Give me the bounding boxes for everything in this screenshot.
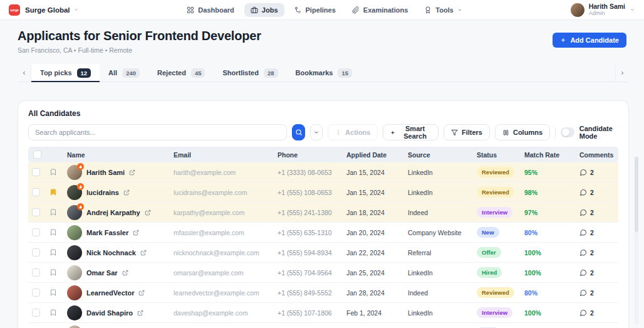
actions-button[interactable]: Actions	[328, 124, 378, 140]
row-checkbox[interactable]	[32, 309, 40, 317]
nav-item-examinations[interactable]: Examinations	[346, 3, 415, 17]
candidate-mode-toggle[interactable]	[561, 127, 574, 137]
table-row[interactable]: Omar Sar omarsar@example.com +1 (555) 70…	[28, 263, 618, 283]
bookmark-button[interactable]	[49, 208, 65, 216]
external-link-icon[interactable]	[138, 290, 145, 296]
row-checkbox[interactable]	[32, 248, 40, 257]
comments-cell[interactable]: 2	[577, 249, 618, 257]
tabs-scroll-left-icon[interactable]	[18, 64, 31, 82]
comment-icon	[579, 189, 587, 196]
bookmark-button[interactable]	[49, 188, 65, 196]
user-menu[interactable]: Harith Sami Admin	[571, 3, 635, 16]
table-row[interactable]: Patrick Prince pleprince@example.com - F…	[28, 323, 618, 328]
table-row[interactable]: David Shapiro daveshap@example.com +1 (5…	[28, 303, 618, 323]
comments-cell[interactable]: 2	[577, 309, 618, 317]
bookmark-button[interactable]	[49, 248, 65, 257]
table-row[interactable]: Mark Fassler mfassler@example.com +1 (55…	[28, 223, 618, 243]
tab-shortlisted[interactable]: Shortlisted28	[214, 64, 286, 82]
candidate-name-cell[interactable]: Nick Nochnack	[65, 245, 171, 260]
table-row[interactable]: Harith Sami harith@example.com +1 (3333)…	[28, 162, 618, 183]
comment-icon	[579, 229, 587, 236]
candidate-name-cell[interactable]: Harith Sami	[65, 165, 171, 180]
comments-cell[interactable]: 2	[577, 289, 618, 297]
smart-search-button[interactable]: Smart Search	[383, 124, 438, 140]
status-badge: Offer	[477, 247, 501, 258]
comments-cell[interactable]: 2	[577, 209, 618, 216]
comment-count: 2	[590, 309, 594, 317]
match-rate: 97%	[522, 209, 577, 216]
candidate-name-cell[interactable]: LearnedVector	[65, 285, 171, 300]
table-row[interactable]: LearnedVector learnedvector@example.com …	[28, 283, 618, 303]
comments-cell[interactable]: 2	[577, 229, 618, 236]
comments-cell[interactable]: 2	[577, 169, 618, 176]
bookmark-button[interactable]	[49, 268, 65, 277]
tab-bookmarks[interactable]: Bookmarks15	[287, 64, 361, 82]
column-header-name[interactable]: Name	[65, 151, 171, 159]
bookmark-icon	[49, 208, 57, 216]
columns-button[interactable]: Columns	[495, 124, 550, 140]
nav-item-tools[interactable]: Tools	[418, 3, 469, 17]
column-header-status[interactable]: Status	[474, 151, 522, 159]
job-meta: San Francisco, CA • Full-time • Remote	[18, 46, 261, 54]
external-link-icon[interactable]	[129, 169, 135, 176]
candidate-email: harith@example.com	[171, 169, 275, 176]
candidate-name-cell[interactable]: Omar Sar	[65, 265, 171, 280]
external-link-icon[interactable]	[133, 230, 139, 236]
bookmark-button[interactable]	[49, 288, 65, 297]
add-candidate-button[interactable]: Add Candidate	[553, 33, 626, 48]
external-link-icon[interactable]	[140, 250, 147, 256]
candidate-name-cell[interactable]: Andrej Karpathy	[65, 205, 171, 220]
flame-icon	[78, 204, 83, 209]
row-checkbox[interactable]	[32, 268, 40, 277]
row-checkbox[interactable]	[32, 168, 40, 176]
nav-item-pipelines[interactable]: Pipelines	[288, 3, 342, 17]
bookmark-button[interactable]	[49, 309, 65, 317]
column-header-email[interactable]: Email	[171, 151, 275, 159]
chevron-down-icon	[457, 8, 462, 13]
comments-cell[interactable]: 2	[577, 189, 618, 196]
candidate-name-cell[interactable]: Patrick Prince	[65, 325, 171, 328]
search-input[interactable]	[28, 124, 287, 140]
tab-bar: Top picks12 All240 Rejected45 Shortliste…	[18, 64, 629, 82]
tab-rejected[interactable]: Rejected45	[148, 64, 214, 82]
nav-item-jobs[interactable]: Jobs	[244, 3, 284, 17]
candidate-name-cell[interactable]: Mark Fassler	[65, 225, 171, 240]
external-link-icon[interactable]	[123, 189, 130, 196]
tab-top-picks[interactable]: Top picks12	[31, 64, 100, 82]
search-button[interactable]	[292, 124, 304, 140]
table-row[interactable]: lucidrains lucidrains@example.com +1 (55…	[28, 183, 618, 203]
candidate-mode-label: Candidate Mode	[579, 125, 618, 140]
bookmark-button[interactable]	[49, 168, 65, 176]
column-header-match-rate[interactable]: Match Rate	[522, 151, 577, 159]
filters-button[interactable]: Filters	[444, 124, 490, 140]
row-checkbox[interactable]	[32, 228, 40, 236]
column-header-phone[interactable]: Phone	[275, 151, 344, 159]
search-options-button[interactable]	[310, 124, 323, 140]
table-row[interactable]: Nick Nochnack nicknochnack@example.com +…	[28, 243, 618, 263]
candidate-name-cell[interactable]: lucidrains	[65, 185, 171, 200]
tab-all[interactable]: All240	[100, 64, 148, 82]
external-link-icon[interactable]	[145, 209, 151, 216]
comments-cell[interactable]: 2	[577, 269, 618, 277]
external-link-icon[interactable]	[137, 310, 143, 316]
bookmark-button[interactable]	[49, 228, 65, 236]
row-checkbox[interactable]	[32, 188, 40, 196]
vertical-scrollbar[interactable]	[635, 157, 638, 325]
match-rate: 80%	[522, 229, 577, 236]
candidate-name-cell[interactable]: David Shapiro	[65, 305, 171, 320]
tabs-scroll-right-icon[interactable]	[615, 64, 629, 82]
external-link-icon[interactable]	[122, 270, 128, 276]
column-header-source[interactable]: Source	[405, 151, 474, 159]
award-icon	[424, 6, 432, 14]
column-header-comments[interactable]: Comments	[577, 151, 618, 159]
comment-icon	[579, 249, 587, 257]
nav-item-dashboard[interactable]: Dashboard	[180, 3, 240, 17]
select-all-checkbox[interactable]	[33, 151, 41, 159]
table-row[interactable]: Andrej Karpathy karpathy@example.com +1 …	[28, 203, 618, 223]
company-chevron-down-icon[interactable]	[73, 7, 79, 13]
column-header-applied-date[interactable]: Applied Date	[344, 151, 405, 159]
row-checkbox[interactable]	[32, 288, 40, 297]
candidate-phone: +1 (555) 108-0653	[275, 189, 344, 196]
row-checkbox[interactable]	[32, 208, 40, 216]
candidate-phone: +1 (555) 635-1310	[275, 229, 344, 236]
